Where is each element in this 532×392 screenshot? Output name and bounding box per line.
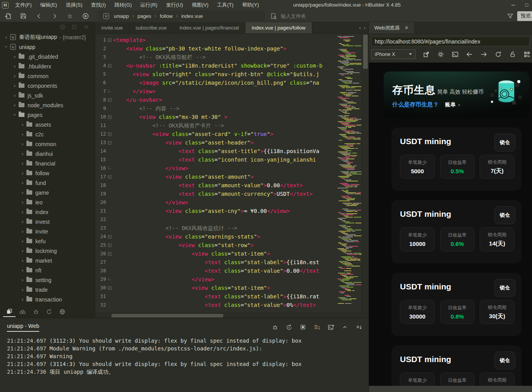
tree-item[interactable]: ›node_modules [0,100,95,110]
code-line[interactable]: 25− <view class="stat-row"> [95,241,337,249]
search-input[interactable] [280,13,503,19]
fold-marker-icon[interactable]: − [108,286,111,290]
code-line[interactable]: 21 <view class="asset-cny">≈ ¥0.00</view… [95,207,337,215]
fold-marker-icon[interactable]: − [108,235,111,239]
tree-item[interactable]: ›index [0,207,95,217]
fold-marker-icon[interactable]: − [108,175,111,179]
tree-item[interactable]: ›transaction [0,294,95,304]
close-icon[interactable]: ✕ [405,25,409,31]
stop-button[interactable] [299,323,307,331]
code-line[interactable]: 5 <view slot="right" class="nav-right-bt… [95,70,337,78]
files-view-button[interactable] [3,306,16,317]
tree-item[interactable]: ›assets [0,120,95,129]
code-line[interactable]: 12− <view class="asset-card" v-if="true"… [95,130,337,138]
code-line[interactable]: 2 <view class="pb-30 text-white follow-i… [95,44,337,53]
banner-link[interactable]: 什么是存币生息？ [392,101,439,108]
bill-link[interactable]: 账单 [445,101,456,108]
product-card[interactable]: USDT mining锁仓单笔最少30000日收益率0.8%锁仓周期30(天) [391,273,522,336]
savings-banner[interactable]: 存币生息 简单 高效 轻松赚币 什么是存币生息？ 账单 › [384,71,529,118]
editor-tab[interactable]: subscribe.vue [129,22,173,33]
menu-item[interactable]: 运行(R) [136,0,162,10]
code-line[interactable]: 14 <text class="asset-title">{{i18n.posi… [95,147,337,155]
tree-item-project[interactable]: › U 秦语前端uniapp - {master2} [0,32,95,42]
editor-horizontal-scrollbar[interactable] [95,313,369,318]
tree-item[interactable]: ›.hbuilderx [0,61,95,71]
breadcrumb-item[interactable]: uniapp [113,13,130,19]
console-log[interactable]: 21:21:24.697 (3112:3) You should write d… [7,337,369,376]
forward-button[interactable] [47,10,62,22]
code-line[interactable]: 8− </u-navbar> [95,96,337,104]
code-line[interactable]: 28 <text class="stat-value">0.00</text [95,267,337,275]
code-line[interactable]: 17− <view class="asset-amount"> [95,172,337,181]
editor-tab[interactable]: index.vue | pages/financial [173,22,245,33]
code-line[interactable]: 20 </view> [95,198,337,207]
code-line[interactable]: 24− <view class="earnings-stats"> [95,232,337,241]
tree-item[interactable]: ›js_sdk [0,91,95,100]
browser-bottom-scrollbar[interactable] [369,386,532,392]
tree-item[interactable]: ›common [0,139,95,149]
fold-marker-icon[interactable]: − [108,38,111,42]
terminal-button[interactable] [452,51,459,58]
preview-button[interactable]: 预览 [517,11,532,21]
menu-item[interactable]: 发行(U) [162,0,187,10]
menu-item[interactable]: 跳转(G) [110,0,136,10]
tab-scroll-right-icon[interactable]: › [364,25,365,31]
fold-marker-icon[interactable]: − [108,252,111,256]
collapse-panel-button[interactable] [341,323,349,331]
editor-vertical-scrollbar[interactable] [362,34,369,313]
lock-button[interactable]: 锁仓 [494,134,515,152]
product-card[interactable]: USDT mining锁仓单笔最少50000日收益率0.9%锁仓周期60(天) [391,345,522,392]
code-line[interactable]: 7 </view> [95,87,337,96]
tree-item[interactable]: ›components [0,81,95,91]
code-line[interactable]: 32 <text class="stat-value">0%</text> [95,301,337,309]
code-line[interactable]: 16 </view> [95,164,337,172]
code-line[interactable]: 18 <text class="amount-value">0.00</text… [95,181,337,190]
tree-item[interactable]: ›lockming [0,246,95,256]
code-line[interactable]: 22 [95,215,337,224]
console-tab[interactable]: uniapp - Web [7,323,39,332]
lock-button[interactable]: 锁仓 [494,352,515,369]
save-button[interactable] [16,10,31,22]
scrollbar-thumb[interactable] [363,35,368,69]
search-view-button[interactable] [16,306,29,317]
breadcrumb-item[interactable]: index.vue [181,13,204,19]
tab-scroll-left-icon[interactable]: ‹ [359,25,361,31]
scrollbar-thumb[interactable] [111,314,223,317]
maximize-button[interactable]: □ [525,0,528,10]
fold-marker-icon[interactable]: − [108,132,111,136]
tree-item[interactable]: ›invest [0,217,95,226]
open-external-button[interactable] [423,51,430,58]
code-line[interactable]: 23 <!-- OKX风格收益统计 --> [95,224,337,232]
editor-tab[interactable]: index.vue | pages/follow [245,22,312,33]
url-input[interactable] [371,37,530,46]
sync-view-button[interactable] [43,306,55,317]
code-line[interactable]: 6 <image src="/static/image/icon/icon_bi… [95,78,337,87]
search-log-button[interactable] [313,323,321,331]
tree-item[interactable]: ›dianhui [0,149,95,159]
settings-button[interactable] [437,51,444,58]
lock-button[interactable] [509,51,516,58]
code-line[interactable]: 29 </view> [95,275,337,284]
refresh-button[interactable] [495,51,502,58]
lock-button[interactable]: 锁仓 [494,206,515,224]
fold-marker-icon[interactable]: − [108,98,111,102]
menu-item[interactable]: 帮助(Y) [238,0,263,10]
new-terminal-button[interactable] [327,323,335,331]
back-button[interactable] [466,51,473,58]
forward-button[interactable] [480,51,487,58]
code-editor[interactable]: 1−<template>2 <view class="pb-30 text-wh… [95,34,369,313]
run-button[interactable] [78,10,93,22]
filter-button[interactable] [503,13,517,19]
menu-item[interactable]: 工具(T) [213,0,238,10]
tree-item[interactable]: ›financial [0,159,95,168]
tree-item[interactable]: ›nft [0,265,95,275]
menu-item[interactable]: 视图(V) [187,0,212,10]
tree-item[interactable]: ›invite [0,226,95,236]
tree-item[interactable]: ›ieo [0,197,95,207]
new-file-button[interactable] [0,10,16,22]
code-line[interactable]: 9 <!-- 内容 --> [95,104,337,113]
breadcrumb-item[interactable]: pages [137,13,152,19]
tree-item[interactable]: ›game [0,188,95,197]
code-line[interactable]: 15 <text class="iconfont icon-yanjing_xi… [95,155,337,164]
code-line[interactable]: 19 <text class="amount-currency">USDT</t… [95,190,337,198]
